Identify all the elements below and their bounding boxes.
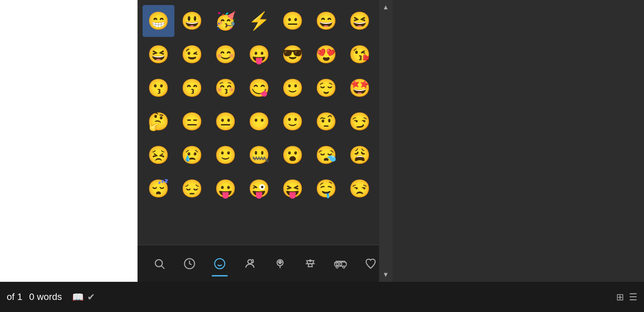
- svg-point-0: [155, 260, 162, 267]
- emoji-cell[interactable]: 😌: [310, 72, 342, 104]
- emoji-cell[interactable]: 😄: [310, 5, 342, 37]
- status-bar: of 1 0 words 📖 ✔ ⊞ ☰: [0, 282, 644, 312]
- emoji-toolbar: [138, 245, 392, 282]
- emoji-cell[interactable]: 😢: [176, 139, 208, 171]
- emoji-cell[interactable]: 😑: [176, 106, 208, 138]
- emoji-cell[interactable]: 😋: [243, 72, 275, 104]
- emoji-cell[interactable]: 🙂: [277, 72, 309, 104]
- emoji-cell[interactable]: 😚: [210, 72, 241, 104]
- emoji-cell[interactable]: 😉: [176, 39, 208, 70]
- layout-icon[interactable]: ☰: [629, 292, 637, 303]
- columns-icon[interactable]: ⊞: [616, 292, 624, 303]
- emoji-cell[interactable]: 😮: [277, 139, 309, 171]
- emoji-cell[interactable]: 🥳: [210, 5, 241, 37]
- emoji-cell[interactable]: 😆: [344, 5, 376, 37]
- word-count: 0 words: [29, 292, 62, 302]
- emoji-cell[interactable]: 😐: [210, 106, 241, 138]
- svg-point-3: [215, 259, 225, 269]
- emoji-grid: 😁 😃 🥳 ⚡ 😐 😄 😆 😆 😉 😊 😛 😎 😍 😘 😗 😙 😚 😋 🙂 😌 …: [141, 3, 376, 206]
- svg-line-1: [162, 266, 164, 268]
- svg-point-9: [279, 262, 281, 264]
- svg-rect-14: [340, 263, 342, 265]
- document-area: [0, 0, 138, 282]
- emoji-cell[interactable]: 🙂: [210, 139, 241, 171]
- emoji-picker: ▲ ▼ 😁 😃 🥳 ⚡ 😐 😄 😆 😆 😉 😊 😛 😎 😍 😘 😗 😙 😚: [138, 0, 392, 282]
- search-tab[interactable]: [146, 250, 173, 277]
- check-icon[interactable]: ✔: [87, 292, 95, 303]
- smiley-tab[interactable]: [206, 250, 233, 277]
- heart-tab[interactable]: [357, 250, 384, 277]
- food-tab[interactable]: [297, 250, 324, 277]
- people-tab[interactable]: [236, 250, 263, 277]
- emoji-cell[interactable]: 😊: [210, 39, 241, 70]
- emoji-cell[interactable]: 😍: [310, 39, 342, 70]
- emoji-cell[interactable]: 😗: [143, 72, 174, 104]
- right-status-icons: ⊞ ☰: [616, 292, 637, 303]
- svg-rect-13: [336, 263, 338, 265]
- emoji-cell[interactable]: 😴: [143, 173, 174, 205]
- emoji-cell[interactable]: 😎: [277, 39, 309, 70]
- nature-tab[interactable]: [267, 250, 293, 277]
- svg-point-16: [343, 266, 345, 268]
- emoji-cell[interactable]: 😛: [243, 39, 275, 70]
- emoji-cell[interactable]: 😩: [344, 139, 376, 171]
- svg-point-15: [336, 266, 338, 268]
- picker-scrollbar[interactable]: ▲ ▼: [379, 0, 392, 282]
- emoji-cell[interactable]: 😜: [243, 173, 275, 205]
- scroll-up-arrow[interactable]: ▲: [381, 2, 391, 13]
- emoji-cell[interactable]: 😙: [176, 72, 208, 104]
- emoji-cell[interactable]: 😔: [176, 173, 208, 205]
- emoji-cell[interactable]: 🤐: [243, 139, 275, 171]
- svg-point-7: [248, 260, 252, 264]
- emoji-cell[interactable]: 🤔: [143, 106, 174, 138]
- emoji-cell[interactable]: 😁: [143, 5, 174, 37]
- recent-tab[interactable]: [176, 250, 203, 277]
- emoji-cell[interactable]: 🤤: [310, 173, 342, 205]
- emoji-cell[interactable]: 😒: [344, 173, 376, 205]
- emoji-cell[interactable]: 😪: [310, 139, 342, 171]
- travel-tab[interactable]: [327, 250, 354, 277]
- book-icon[interactable]: 📖: [72, 292, 84, 303]
- emoji-cell[interactable]: 😘: [344, 39, 376, 70]
- emoji-cell[interactable]: 😣: [143, 139, 174, 171]
- emoji-cell[interactable]: ⚡: [243, 5, 275, 37]
- emoji-cell[interactable]: 🙂: [277, 106, 309, 138]
- emoji-cell[interactable]: 🤨: [310, 106, 342, 138]
- emoji-cell[interactable]: 😆: [143, 39, 174, 70]
- emoji-cell[interactable]: 😏: [344, 106, 376, 138]
- emoji-cell[interactable]: 😃: [176, 5, 208, 37]
- emoji-cell[interactable]: 😶: [243, 106, 275, 138]
- emoji-cell[interactable]: 😛: [210, 173, 241, 205]
- emoji-grid-wrapper: 😁 😃 🥳 ⚡ 😐 😄 😆 😆 😉 😊 😛 😎 😍 😘 😗 😙 😚 😋 🙂 😌 …: [138, 0, 392, 245]
- status-icons: 📖 ✔: [72, 292, 95, 303]
- page-info: of 1: [7, 292, 22, 302]
- emoji-cell[interactable]: 😐: [277, 5, 309, 37]
- emoji-cell[interactable]: 🤩: [344, 72, 376, 104]
- emoji-cell[interactable]: 😝: [277, 173, 309, 205]
